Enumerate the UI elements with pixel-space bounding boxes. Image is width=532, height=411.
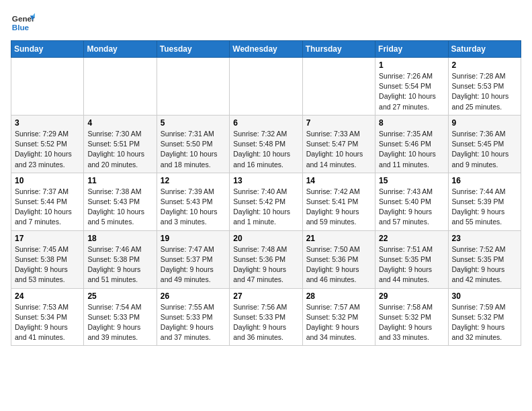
calendar-day-cell: 12Sunrise: 7:39 AMSunset: 5:43 PMDayligh… xyxy=(157,173,229,230)
calendar-day-cell: 16Sunrise: 7:44 AMSunset: 5:39 PMDayligh… xyxy=(448,173,521,230)
day-info: Sunrise: 7:53 AMSunset: 5:34 PMDaylight:… xyxy=(15,302,80,343)
day-info: Sunrise: 7:40 AMSunset: 5:42 PMDaylight:… xyxy=(233,187,298,228)
day-number: 21 xyxy=(306,234,371,243)
calendar-day-cell: 21Sunrise: 7:50 AMSunset: 5:36 PMDayligh… xyxy=(302,230,375,288)
day-info: Sunrise: 7:54 AMSunset: 5:33 PMDaylight:… xyxy=(87,302,152,343)
calendar-day-cell: 8Sunrise: 7:35 AMSunset: 5:46 PMDaylight… xyxy=(375,115,448,173)
calendar-week-row: 24Sunrise: 7:53 AMSunset: 5:34 PMDayligh… xyxy=(11,288,521,346)
weekday-header-cell: Saturday xyxy=(448,41,521,58)
day-number: 22 xyxy=(379,234,444,243)
day-info: Sunrise: 7:33 AMSunset: 5:47 PMDaylight:… xyxy=(306,129,371,170)
calendar-day-cell: 30Sunrise: 7:59 AMSunset: 5:32 PMDayligh… xyxy=(448,288,521,346)
weekday-header-cell: Wednesday xyxy=(230,41,302,58)
day-number: 3 xyxy=(15,118,80,128)
day-number: 2 xyxy=(452,60,517,70)
day-number: 18 xyxy=(87,234,152,243)
day-info: Sunrise: 7:29 AMSunset: 5:52 PMDaylight:… xyxy=(15,129,80,170)
day-number: 10 xyxy=(15,176,80,185)
calendar-week-row: 3Sunrise: 7:29 AMSunset: 5:52 PMDaylight… xyxy=(11,115,521,173)
calendar-week-row: 1Sunrise: 7:26 AMSunset: 5:54 PMDaylight… xyxy=(11,58,521,116)
calendar-day-cell: 7Sunrise: 7:33 AMSunset: 5:47 PMDaylight… xyxy=(302,115,375,173)
day-info: Sunrise: 7:32 AMSunset: 5:48 PMDaylight:… xyxy=(233,129,298,170)
day-info: Sunrise: 7:51 AMSunset: 5:35 PMDaylight:… xyxy=(379,244,444,285)
day-info: Sunrise: 7:31 AMSunset: 5:50 PMDaylight:… xyxy=(161,129,226,170)
calendar-day-cell: 1Sunrise: 7:26 AMSunset: 5:54 PMDaylight… xyxy=(375,58,448,116)
calendar-body: 1Sunrise: 7:26 AMSunset: 5:54 PMDaylight… xyxy=(11,58,521,346)
day-number: 30 xyxy=(452,291,517,301)
calendar-day-cell: 27Sunrise: 7:56 AMSunset: 5:33 PMDayligh… xyxy=(230,288,302,346)
day-info: Sunrise: 7:48 AMSunset: 5:36 PMDaylight:… xyxy=(233,244,298,285)
day-info: Sunrise: 7:28 AMSunset: 5:53 PMDaylight:… xyxy=(452,71,517,112)
calendar-day-cell xyxy=(84,58,157,116)
day-number: 25 xyxy=(87,291,152,301)
weekday-header-row: SundayMondayTuesdayWednesdayThursdayFrid… xyxy=(11,41,521,58)
day-number: 1 xyxy=(379,60,444,70)
day-info: Sunrise: 7:46 AMSunset: 5:38 PMDaylight:… xyxy=(87,244,152,285)
calendar-day-cell: 18Sunrise: 7:46 AMSunset: 5:38 PMDayligh… xyxy=(84,230,157,288)
day-info: Sunrise: 7:38 AMSunset: 5:43 PMDaylight:… xyxy=(87,187,152,228)
day-number: 26 xyxy=(161,291,226,301)
day-number: 13 xyxy=(233,176,298,185)
day-number: 15 xyxy=(379,176,444,185)
calendar: SundayMondayTuesdayWednesdayThursdayFrid… xyxy=(11,40,521,346)
day-info: Sunrise: 7:35 AMSunset: 5:46 PMDaylight:… xyxy=(379,129,444,170)
day-info: Sunrise: 7:52 AMSunset: 5:35 PMDaylight:… xyxy=(452,244,517,285)
page-header: General Blue xyxy=(11,11,521,35)
day-info: Sunrise: 7:56 AMSunset: 5:33 PMDaylight:… xyxy=(233,302,298,343)
day-number: 28 xyxy=(306,291,371,301)
day-info: Sunrise: 7:58 AMSunset: 5:32 PMDaylight:… xyxy=(379,302,444,343)
day-info: Sunrise: 7:42 AMSunset: 5:41 PMDaylight:… xyxy=(306,187,371,228)
day-info: Sunrise: 7:30 AMSunset: 5:51 PMDaylight:… xyxy=(87,129,152,170)
day-info: Sunrise: 7:45 AMSunset: 5:38 PMDaylight:… xyxy=(15,244,80,285)
day-number: 14 xyxy=(306,176,371,185)
logo: General Blue xyxy=(11,11,35,35)
day-number: 9 xyxy=(452,118,517,128)
calendar-day-cell: 22Sunrise: 7:51 AMSunset: 5:35 PMDayligh… xyxy=(375,230,448,288)
weekday-header-cell: Monday xyxy=(84,41,157,58)
calendar-day-cell: 3Sunrise: 7:29 AMSunset: 5:52 PMDaylight… xyxy=(11,115,84,173)
day-number: 29 xyxy=(379,291,444,301)
calendar-day-cell xyxy=(11,58,84,116)
day-info: Sunrise: 7:26 AMSunset: 5:54 PMDaylight:… xyxy=(379,71,444,112)
svg-text:General: General xyxy=(12,14,35,23)
day-number: 5 xyxy=(161,118,226,128)
day-info: Sunrise: 7:50 AMSunset: 5:36 PMDaylight:… xyxy=(306,244,371,285)
day-number: 12 xyxy=(161,176,226,185)
calendar-day-cell: 6Sunrise: 7:32 AMSunset: 5:48 PMDaylight… xyxy=(230,115,302,173)
calendar-day-cell: 9Sunrise: 7:36 AMSunset: 5:45 PMDaylight… xyxy=(448,115,521,173)
calendar-day-cell: 25Sunrise: 7:54 AMSunset: 5:33 PMDayligh… xyxy=(84,288,157,346)
day-info: Sunrise: 7:44 AMSunset: 5:39 PMDaylight:… xyxy=(452,187,517,228)
day-info: Sunrise: 7:39 AMSunset: 5:43 PMDaylight:… xyxy=(161,187,226,228)
day-info: Sunrise: 7:57 AMSunset: 5:32 PMDaylight:… xyxy=(306,302,371,343)
calendar-day-cell: 23Sunrise: 7:52 AMSunset: 5:35 PMDayligh… xyxy=(448,230,521,288)
day-info: Sunrise: 7:43 AMSunset: 5:40 PMDaylight:… xyxy=(379,187,444,228)
day-number: 20 xyxy=(233,234,298,243)
day-number: 27 xyxy=(233,291,298,301)
day-number: 4 xyxy=(87,118,152,128)
calendar-day-cell xyxy=(302,58,375,116)
day-number: 19 xyxy=(161,234,226,243)
calendar-day-cell: 17Sunrise: 7:45 AMSunset: 5:38 PMDayligh… xyxy=(11,230,84,288)
calendar-day-cell xyxy=(230,58,302,116)
day-number: 7 xyxy=(306,118,371,128)
day-info: Sunrise: 7:55 AMSunset: 5:33 PMDaylight:… xyxy=(161,302,226,343)
calendar-week-row: 10Sunrise: 7:37 AMSunset: 5:44 PMDayligh… xyxy=(11,173,521,230)
day-info: Sunrise: 7:59 AMSunset: 5:32 PMDaylight:… xyxy=(452,302,517,343)
calendar-day-cell: 19Sunrise: 7:47 AMSunset: 5:37 PMDayligh… xyxy=(157,230,229,288)
calendar-day-cell: 24Sunrise: 7:53 AMSunset: 5:34 PMDayligh… xyxy=(11,288,84,346)
day-number: 8 xyxy=(379,118,444,128)
calendar-day-cell xyxy=(157,58,229,116)
calendar-day-cell: 29Sunrise: 7:58 AMSunset: 5:32 PMDayligh… xyxy=(375,288,448,346)
calendar-day-cell: 4Sunrise: 7:30 AMSunset: 5:51 PMDaylight… xyxy=(84,115,157,173)
calendar-day-cell: 14Sunrise: 7:42 AMSunset: 5:41 PMDayligh… xyxy=(302,173,375,230)
calendar-day-cell: 5Sunrise: 7:31 AMSunset: 5:50 PMDaylight… xyxy=(157,115,229,173)
day-info: Sunrise: 7:47 AMSunset: 5:37 PMDaylight:… xyxy=(161,244,226,285)
day-number: 11 xyxy=(87,176,152,185)
calendar-day-cell: 2Sunrise: 7:28 AMSunset: 5:53 PMDaylight… xyxy=(448,58,521,116)
weekday-header-cell: Tuesday xyxy=(157,41,229,58)
day-number: 24 xyxy=(15,291,80,301)
calendar-day-cell: 26Sunrise: 7:55 AMSunset: 5:33 PMDayligh… xyxy=(157,288,229,346)
calendar-day-cell: 28Sunrise: 7:57 AMSunset: 5:32 PMDayligh… xyxy=(302,288,375,346)
day-number: 23 xyxy=(452,234,517,243)
calendar-week-row: 17Sunrise: 7:45 AMSunset: 5:38 PMDayligh… xyxy=(11,230,521,288)
